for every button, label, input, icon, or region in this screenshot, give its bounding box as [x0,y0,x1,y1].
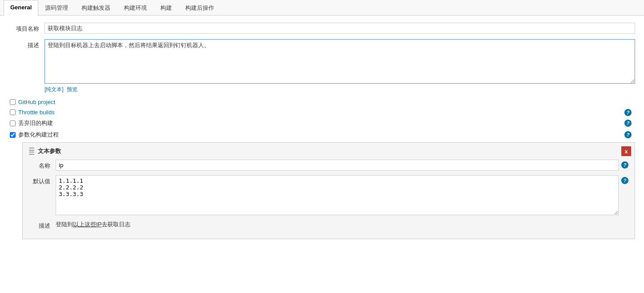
param-default-help-icon[interactable]: ? [621,177,628,184]
param-section-title: 文本参数 [38,147,61,155]
description-textarea[interactable]: 登陆到目标机器上去启动脚本，然后将结果返回到钉钉机器人。 [45,39,635,84]
tab-trigger[interactable]: 构建触发器 [75,0,117,16]
desc-underline: 以上这些IP [73,221,102,228]
discard-builds-help-icon[interactable]: ? [624,120,632,127]
desc-prefix: 登陆到 [56,221,73,228]
github-project-label[interactable]: GitHub project [18,99,55,105]
project-name-input[interactable] [45,23,635,34]
parametrize-help-icon[interactable]: ? [624,131,632,138]
preview-link[interactable]: 预览 [67,86,77,92]
parametrize-label[interactable]: 参数化构建过程 [18,131,59,139]
discard-builds-row: 丢弃旧的构建 ? [9,119,635,127]
throttle-builds-label[interactable]: Throttle builds [18,109,55,116]
drag-handle[interactable] [29,148,34,155]
param-desc-text: 登陆到以上这些IP去获取日志 [56,220,130,229]
discard-builds-label[interactable]: 丢弃旧的构建 [18,119,53,127]
param-section-header: 文本参数 [29,147,628,155]
tab-build[interactable]: 构建 [154,0,179,16]
project-name-wrap [45,23,635,34]
project-name-label: 项目名称 [9,23,45,33]
tab-general[interactable]: General [4,0,38,16]
param-default-row: 默认值 1.1.1.1 2.2.2.2 3.3.3.3 ? [29,175,628,215]
parametrize-row: 参数化构建过程 ? [9,131,635,139]
plaintext-link[interactable]: [纯文本] [45,86,64,92]
throttle-builds-help-icon[interactable]: ? [624,109,632,116]
tabs-bar: General 源码管理 构建触发器 构建环境 构建 构建后操作 [0,0,644,16]
description-row: 描述 登陆到目标机器上去启动脚本，然后将结果返回到钉钉机器人。 [纯文本] 预览 [9,39,635,93]
main-content: 项目名称 描述 登陆到目标机器上去启动脚本，然后将结果返回到钉钉机器人。 [纯文… [0,16,644,246]
param-section-close-button[interactable]: x [621,146,631,156]
tab-env[interactable]: 构建环境 [117,0,154,16]
project-name-row: 项目名称 [9,23,635,34]
discard-builds-checkbox[interactable] [10,120,16,126]
desc-suffix: 去获取日志 [102,221,130,228]
description-links: [纯文本] 预览 [45,86,635,93]
github-project-checkbox[interactable] [10,99,16,105]
param-name-row: 名称 ? [29,160,628,171]
throttle-builds-row: Throttle builds ? [9,109,635,116]
param-default-label: 默认值 [29,175,56,185]
param-desc-label: 描述 [29,220,56,230]
github-project-row: GitHub project [9,99,635,105]
tab-source[interactable]: 源码管理 [38,0,75,16]
tab-post[interactable]: 构建后操作 [179,0,221,16]
param-default-textarea[interactable]: 1.1.1.1 2.2.2.2 3.3.3.3 [56,175,619,215]
param-desc-row: 描述 登陆到以上这些IP去获取日志 [29,220,628,230]
param-name-label: 名称 [29,160,56,170]
throttle-builds-checkbox[interactable] [10,109,16,115]
param-name-help-icon[interactable]: ? [621,161,628,169]
parametrize-checkbox[interactable] [10,132,16,138]
param-name-input[interactable] [56,160,619,171]
description-label: 描述 [9,39,45,49]
param-section: 文本参数 x 名称 ? 默认值 1.1.1.1 2.2.2.2 3.3.3.3 … [22,142,635,239]
description-wrap: 登陆到目标机器上去启动脚本，然后将结果返回到钉钉机器人。 [纯文本] 预览 [45,39,635,93]
